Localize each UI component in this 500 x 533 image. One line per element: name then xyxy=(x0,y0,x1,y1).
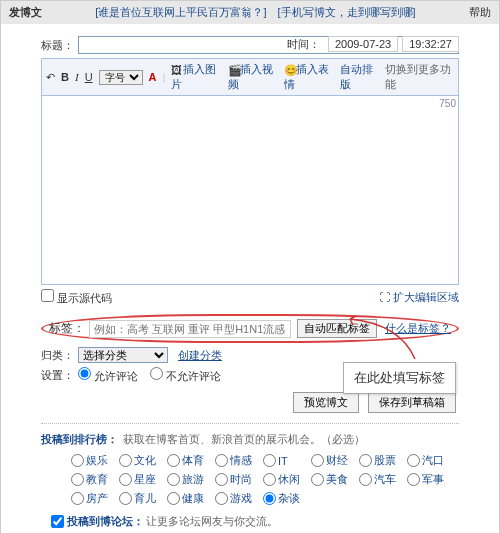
insert-video-button[interactable]: 🎬插入视频 xyxy=(228,62,278,92)
text-color-button[interactable]: A xyxy=(149,71,157,83)
insert-emoji-button[interactable]: 😊插入表情 xyxy=(284,62,334,92)
date-value: 2009-07-23 xyxy=(328,36,398,52)
category-select[interactable]: 选择分类 xyxy=(78,347,168,363)
more-functions-link[interactable]: 切换到更多功能 xyxy=(385,62,454,92)
image-icon: 🖼 xyxy=(171,64,183,76)
rank-cat-option[interactable]: 美食 xyxy=(311,472,359,487)
time-label: 时间： xyxy=(287,37,320,52)
window-header: 发博文 [谁是首位互联网上平民百万富翁？] [手机写博文，走到哪写到哪] 帮助 xyxy=(1,1,499,24)
divider xyxy=(41,423,459,424)
allow-comments-radio[interactable]: 允许评论 xyxy=(78,367,138,384)
insert-image-button[interactable]: 🖼插入图片 xyxy=(171,62,221,92)
time-value: 19:32:27 xyxy=(402,36,459,52)
rank-cat-option[interactable]: 汽车 xyxy=(359,472,407,487)
rank-desc: 获取在博客首页、新浪首页的展示机会。（必选） xyxy=(123,433,365,445)
bold-button[interactable]: B xyxy=(61,71,69,83)
show-source-checkbox[interactable]: 显示源代码 xyxy=(41,289,112,306)
rank-cat-option[interactable]: 军事 xyxy=(407,472,455,487)
create-category-link[interactable]: 创建分类 xyxy=(178,348,222,363)
tag-row-highlight: 标签： 自动匹配标签 什么是标签？ xyxy=(41,314,459,343)
auto-tag-button[interactable]: 自动匹配标签 xyxy=(297,319,377,338)
app-title: 发博文 xyxy=(9,5,42,20)
rank-cat-option[interactable]: 时尚 xyxy=(215,472,263,487)
font-size-select[interactable]: 字号 xyxy=(99,70,143,85)
save-draft-button[interactable]: 保存到草稿箱 xyxy=(368,392,456,413)
italic-button[interactable]: I xyxy=(75,71,79,83)
rank-cat-option[interactable]: 旅游 xyxy=(167,472,215,487)
rank-cat-option[interactable]: 财经 xyxy=(311,453,359,468)
preview-button[interactable]: 预览博文 xyxy=(293,392,359,413)
undo-icon[interactable]: ↶ xyxy=(46,71,55,84)
rank-cat-option[interactable]: 育儿 xyxy=(119,491,167,506)
video-icon: 🎬 xyxy=(228,64,240,76)
char-count: 750 xyxy=(439,98,456,109)
editor-toolbar: ↶ B I U 字号 A | 🖼插入图片 🎬插入视频 😊插入表情 自动排版 切换… xyxy=(41,58,459,95)
auto-layout-button[interactable]: 自动排版 xyxy=(340,62,379,92)
tag-help-link[interactable]: 什么是标签？ xyxy=(385,321,451,336)
rank-category-grid: 娱乐文化体育情感IT财经股票汽口教育星座旅游时尚休闲美食汽车军事房产育儿健康游戏… xyxy=(71,453,459,510)
rank-cat-option[interactable]: 体育 xyxy=(167,453,215,468)
promo-link-2[interactable]: [手机写博文，走到哪写到哪] xyxy=(278,6,416,18)
promo-link-1[interactable]: [谁是首位互联网上平民百万富翁？] xyxy=(95,6,266,18)
rank-cat-option[interactable]: 汽口 xyxy=(407,453,455,468)
rank-cat-option[interactable]: 情感 xyxy=(215,453,263,468)
callout-box: 在此处填写标签 xyxy=(343,362,456,394)
rank-cat-option[interactable]: 股票 xyxy=(359,453,407,468)
tag-label: 标签： xyxy=(49,320,85,337)
rank-cat-option[interactable]: 房产 xyxy=(71,491,119,506)
editor-textarea[interactable]: 750 xyxy=(41,95,459,285)
rank-cat-option[interactable]: 游戏 xyxy=(215,491,263,506)
rank-cat-option[interactable]: 星座 xyxy=(119,472,167,487)
rank-title: 投稿到排行榜： xyxy=(41,433,118,445)
disallow-comments-radio[interactable]: 不允许评论 xyxy=(150,367,221,384)
header-promo-links: [谁是首位互联网上平民百万富翁？] [手机写博文，走到哪写到哪] xyxy=(42,5,469,20)
help-link[interactable]: 帮助 xyxy=(469,5,491,20)
tag-input[interactable] xyxy=(89,320,291,338)
category-label: 归类： xyxy=(41,348,74,363)
forum-title: 投稿到博论坛： xyxy=(67,514,144,529)
emoji-icon: 😊 xyxy=(284,64,296,76)
forum-checkbox[interactable] xyxy=(51,515,64,528)
separator: | xyxy=(163,71,166,83)
rank-cat-option[interactable]: 娱乐 xyxy=(71,453,119,468)
rank-cat-option[interactable]: 教育 xyxy=(71,472,119,487)
forum-desc: 让更多论坛网友与你交流。 xyxy=(146,514,278,529)
expand-icon: ⛶ xyxy=(379,291,390,303)
title-label: 标题： xyxy=(41,38,74,53)
rank-cat-option[interactable]: 休闲 xyxy=(263,472,311,487)
underline-button[interactable]: U xyxy=(85,71,93,83)
rank-cat-option[interactable]: IT xyxy=(263,453,311,468)
expand-editor-link[interactable]: ⛶ 扩大编辑区域 xyxy=(379,290,459,305)
rank-cat-option[interactable]: 文化 xyxy=(119,453,167,468)
settings-label: 设置： xyxy=(41,368,74,383)
rank-cat-option[interactable]: 健康 xyxy=(167,491,215,506)
rank-cat-option[interactable]: 杂谈 xyxy=(263,491,311,506)
